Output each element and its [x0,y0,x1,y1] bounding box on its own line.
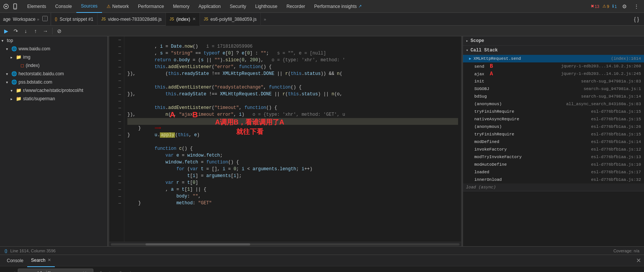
call-stack-frame-6[interactable]: (anonymous) all_async_search_843160a.js:… [463,100,644,108]
search-tab-close[interactable]: ✕ [48,258,51,263]
tab-video-meet[interactable]: JS video-meet-7833028d86.js [98,13,166,26]
step-over-button[interactable]: ↷ [11,26,20,36]
frame-name-0: XMLHttpRequest.send [474,56,611,61]
step-into-button[interactable]: ↓ [21,26,30,36]
nav-right-badges: ✖ 13 ⚠ 9 ℹ 1 ⚙ ⋮ [591,2,641,11]
settings-button[interactable]: ⚙ [620,2,629,11]
superman-folder-icon: 📁 [16,96,22,101]
frame-name-1: send B [469,63,561,69]
call-stack-frame-7[interactable]: tryFinishRequire esl-d776bfb1aa.js:15 [463,108,644,115]
devtools-inspect-icon[interactable] [3,3,9,9]
call-stack-frame-15[interactable]: loaded esl-d776bfb1aa.js:17 [463,168,644,176]
search-clear-button[interactable]: ✕ [82,270,87,272]
frame-loc-6: all_async_search_843160a.js:83 [566,102,641,106]
call-stack-frame-11[interactable]: modDefined esl-d776bfb1aa.js:14 [463,138,644,146]
call-stack-frame-16[interactable]: innerOnload esl-d776bfb1aa.js:32 [463,176,644,183]
search-input[interactable] [20,270,81,272]
status-bar: {} Line 1614, Column 3596 Coverage: n/a [0,246,644,255]
more-options-button[interactable]: ⋮ [632,2,641,11]
nav-tab-network[interactable]: ⚠ Network [102,0,133,13]
frame-loc-9: esl-d776bfb1aa.js:26 [591,124,641,129]
workspace-more[interactable]: » [37,17,39,22]
hector-folder-icon: 🌐 [11,71,17,76]
frame-name-14: modAutoDefine [469,162,591,167]
call-stack-frame-1[interactable]: send B jquery-1-edb203...14.10.2.js:260 [463,62,644,70]
call-stack-frame-8[interactable]: nativeAsyncRequire esl-d776bfb1aa.js:15 [463,115,644,123]
nav-tab-sources[interactable]: Sources [76,0,102,13]
error-badge: ✖ 13 [591,4,599,9]
search-cancel-button[interactable]: ⊘ [105,269,114,272]
rwww-label: r/www/cache/static/protocol/ht [23,88,83,93]
resume-button[interactable]: ▶ [2,26,11,36]
network-warn-icon: ⚠ [107,4,111,9]
horizontal-scrollbar[interactable] [109,242,461,246]
tab-index[interactable]: JS (index) ✕ [166,13,200,26]
call-stack-frame-3[interactable]: init search-sug_947981a.js:83 [463,78,644,85]
nav-tab-security[interactable]: Security [225,0,251,13]
call-stack-frame-0[interactable]: ▶ XMLHttpRequest.send (index):1614 [463,55,644,62]
devtools-mobile-icon[interactable] [12,3,18,9]
call-stack-frame-2[interactable]: ajax A jquery-1-edb203...14.10.2.js:245 [463,70,644,78]
nav-tab-performance[interactable]: Performance [133,0,169,13]
sidebar-baidu[interactable]: ▾ 🌐 www.baidu.com [0,45,107,53]
step-out-button[interactable]: ↑ [31,26,40,36]
nav-tab-console[interactable]: Console [51,0,76,13]
call-stack-frame-12[interactable]: invokeFactory esl-d776bfb1aa.js:12 [463,146,644,153]
close-bottom-panel[interactable]: ✕ [636,257,641,264]
frame-loc-13: esl-d776bfb1aa.js:13 [591,155,641,159]
nav-tab-elements[interactable]: Elements [23,0,51,13]
search-refresh-button[interactable]: ↺ [96,269,104,272]
h-scroll-track[interactable] [111,243,460,246]
page-label[interactable]: age [3,17,11,22]
sidebar-img[interactable]: ▸ 📁 img [0,53,107,61]
code-line: } [127,125,458,132]
nav-tab-memory[interactable]: Memory [169,0,194,13]
tab-snippet[interactable]: {} Script snippet #1 [51,13,98,26]
call-stack-frame-9[interactable]: (anonymous) esl-d776bfb1aa.js:26 [463,123,644,131]
nav-tab-recorder[interactable]: Recorder [282,0,310,13]
code-lines: , i = Date.now() i = 1718182059906 , s =… [124,36,461,242]
toolbar-divider [52,28,53,34]
frame-loc-3: search-sug_947981a.js:83 [581,79,641,84]
breakpoint-indicator: ⟹ [155,126,161,131]
call-stack-frame-13[interactable]: modTryInvokeFactory esl-d776bfb1aa.js:13 [463,153,644,161]
sidebar-top-frame[interactable]: ▾ top [0,36,107,45]
search-actions: ↺ ⊘ [96,269,114,272]
nav-tab-lighthouse[interactable]: Lighthouse [251,0,282,13]
scope-header[interactable]: ▸ Scope [463,36,644,45]
tabs-more-button[interactable]: » [261,17,269,22]
nav-tab-application[interactable]: Application [194,0,225,13]
tab-es6-polyfill[interactable]: JS es6-polyfill_388d059.js [200,13,261,26]
sidebar-hectorstatic[interactable]: ▾ 🌐 hectorstatic.baidu.com [0,70,107,78]
code-scroll-area[interactable]: — — — — — — — — — — — — — — — — — — — — [109,36,461,242]
bottom-tab-console[interactable]: Console [3,254,27,267]
close-panel-icon[interactable]: ✕ [636,257,641,264]
tab-index-close[interactable]: ✕ [192,17,196,22]
step-button[interactable]: → [41,26,50,36]
call-stack-header[interactable]: ▾ Call Stack [463,46,644,55]
bottom-tab-search[interactable]: Search ✕ [27,254,55,267]
call-stack-frame-5[interactable]: bdSug search-sug_947981a.js:14 [463,93,644,100]
img-arrow: ▸ [11,55,14,59]
main-area: ▾ top ▾ 🌐 www.baidu.com ▸ 📁 img ▸ ◻ (ind… [0,36,644,246]
h-scroll-thumb [146,243,250,246]
index-file-icon: ◻ [20,63,24,68]
call-stack-frame-4[interactable]: SUGOBJ search-sug_947981a.js:1 [463,85,644,93]
sidebar-superman[interactable]: ▸ 📁 static/superman [0,95,107,103]
img-folder-icon: 📁 [16,54,22,60]
new-tab-button[interactable]: ⋮ [42,16,48,22]
sidebar-index[interactable]: ▸ ◻ (index) [0,61,107,70]
workspace-label[interactable]: Workspace [13,17,36,22]
superman-arrow: ▸ [11,97,14,101]
call-stack-frame-14[interactable]: modAutoDefine esl-d776bfb1aa.js:10 [463,161,644,168]
sidebar-rwww[interactable]: ▾ 📁 r/www/cache/static/protocol/ht [0,86,107,95]
frame-loc-5: search-sug_947981a.js:14 [581,94,641,99]
search-bar: a .* ✕ ↺ ⊘ Search [0,266,644,272]
sidebar-pss[interactable]: ▾ 🌐 pss.bdstatic.com [0,78,107,86]
status-left: {} Line 1614, Column 3596 [5,249,56,253]
deactivate-breakpoints-button[interactable]: ⊘ [55,26,64,36]
nav-tab-performance-insights[interactable]: Performance insights ↗ [310,0,366,13]
frame-name-6: (anonymous) [469,102,566,106]
format-button[interactable]: { } [632,15,641,24]
call-stack-frame-10[interactable]: tryFinishRequire esl-d776bfb1aa.js:15 [463,131,644,138]
